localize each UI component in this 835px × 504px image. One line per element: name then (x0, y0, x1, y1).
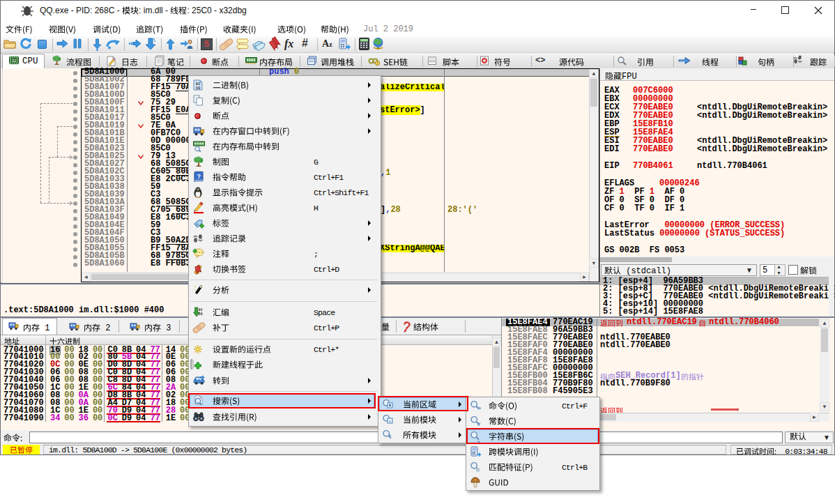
svg-text:„: „ (477, 436, 481, 443)
svg-text:>: > (478, 406, 481, 411)
svg-text:10: 10 (198, 312, 202, 316)
svg-text:<>: <> (429, 59, 435, 64)
svg-text:!: ! (377, 61, 378, 66)
svg-text:*: * (389, 433, 392, 440)
svg-text:#: # (477, 420, 481, 427)
svg-text:32: 32 (12, 59, 17, 63)
svg-text:10: 10 (196, 86, 200, 90)
svg-text:?: ? (197, 173, 201, 180)
svg-text:x: x (389, 418, 391, 422)
